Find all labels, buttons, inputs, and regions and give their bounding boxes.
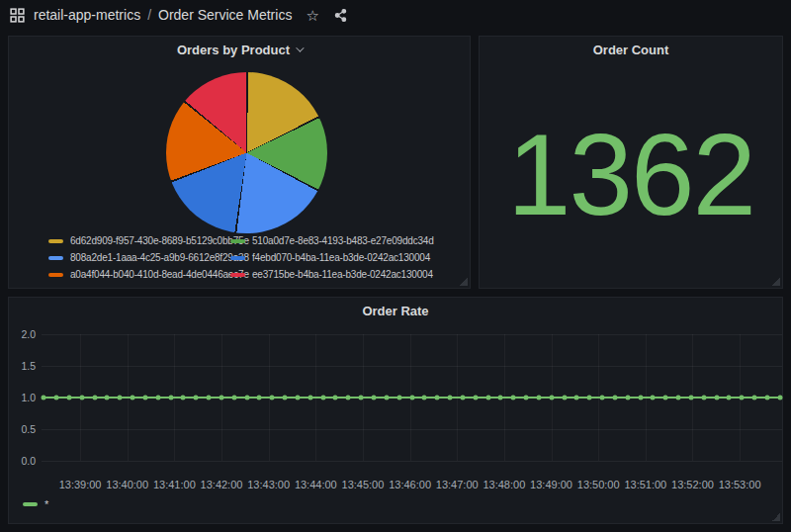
legend-item[interactable]: 510a0d7e-8e83-4193-b483-e27e09ddc34d <box>230 235 434 246</box>
legend-label: a0a4f044-b040-410d-8ead-4de0446aec7e <box>70 269 249 280</box>
panel-title-order-count[interactable]: Order Count <box>480 37 782 62</box>
x-tick-label: 13:41:00 <box>153 479 196 490</box>
data-point <box>752 396 757 400</box>
data-point <box>283 396 288 400</box>
data-point <box>346 396 351 400</box>
data-point <box>777 396 782 400</box>
data-point <box>194 396 199 400</box>
data-point <box>131 396 135 400</box>
panel-order-rate: Order Rate 2.01.51.00.50.0 13:39:0013:40… <box>8 297 783 524</box>
h-gridline <box>42 429 782 430</box>
data-point <box>295 396 300 400</box>
data-point <box>651 396 656 400</box>
panel-title-orders-by-product[interactable]: Orders by Product <box>9 37 470 62</box>
apps-grid-icon[interactable] <box>10 8 25 23</box>
x-tick-label: 13:43:00 <box>247 479 290 490</box>
data-point <box>118 396 123 400</box>
data-point <box>612 396 617 400</box>
data-point <box>562 396 567 400</box>
star-icon[interactable]: ☆ <box>306 8 318 23</box>
data-point <box>727 396 732 400</box>
data-point <box>409 396 414 400</box>
series-legend-item[interactable]: * <box>23 498 48 510</box>
data-point <box>142 396 147 400</box>
data-point <box>688 396 693 400</box>
x-tick-label: 13:52:00 <box>671 479 714 490</box>
pie-legend: 6d62d909-f957-430e-8689-b5129c0bb75e510a… <box>48 235 434 280</box>
legend-label: ee3715be-b4ba-11ea-b3de-0242ac130004 <box>252 269 433 280</box>
data-point <box>168 396 173 400</box>
legend-swatch <box>230 273 245 277</box>
data-point <box>92 396 97 400</box>
legend-label: f4ebd070-b4ba-11ea-b3de-0242ac130004 <box>252 252 430 263</box>
legend-swatch <box>230 239 245 243</box>
y-tick-label: 0.5 <box>9 423 36 435</box>
data-point <box>485 396 490 400</box>
breadcrumb-dashboard-title[interactable]: Order Service Metrics <box>158 7 292 23</box>
data-point <box>105 396 110 400</box>
data-point <box>764 396 769 400</box>
data-point <box>207 396 212 400</box>
x-tick-label: 13:39:00 <box>59 479 102 490</box>
data-point <box>66 396 71 400</box>
data-point <box>473 396 478 400</box>
x-tick-label: 13:40:00 <box>106 479 148 490</box>
data-point <box>396 396 401 400</box>
data-point <box>549 396 554 400</box>
panel-title-text: Orders by Product <box>177 43 290 57</box>
y-tick-label: 1.0 <box>9 392 36 403</box>
data-point <box>155 396 160 400</box>
legend-swatch <box>48 256 63 260</box>
x-axis: 13:39:0013:40:0013:41:0013:42:0013:43:00… <box>42 479 782 494</box>
panel-resize-handle[interactable] <box>460 278 468 286</box>
legend-swatch <box>230 256 245 260</box>
data-point <box>625 396 630 400</box>
x-tick-label: 13:46:00 <box>389 479 431 490</box>
data-point <box>536 396 541 400</box>
data-point <box>181 396 186 400</box>
y-tick-label: 2.0 <box>9 328 36 340</box>
legend-swatch <box>48 273 63 277</box>
data-point <box>79 396 84 400</box>
data-point <box>308 396 312 400</box>
data-point <box>422 396 427 400</box>
share-icon[interactable] <box>333 8 348 23</box>
stat-body: 1362 <box>480 62 782 288</box>
legend-item[interactable]: 6d62d909-f957-430e-8689-b5129c0bb75e <box>48 235 230 246</box>
data-point <box>714 396 719 400</box>
data-point <box>511 396 516 400</box>
panel-title-order-rate[interactable]: Order Rate <box>9 298 782 323</box>
legend-label: 6d62d909-f957-430e-8689-b5129c0bb75e <box>70 235 249 246</box>
legend-item[interactable]: a0a4f044-b040-410d-8ead-4de0446aec7e <box>48 269 230 280</box>
x-tick-label: 13:49:00 <box>530 479 572 490</box>
data-point <box>42 396 46 400</box>
order-count-value: 1362 <box>507 118 754 232</box>
data-point <box>460 396 465 400</box>
x-tick-label: 13:51:00 <box>624 479 666 490</box>
data-point <box>701 396 706 400</box>
panel-orders-by-product: Orders by Product 6d62d909-f957-430e-868… <box>8 36 471 289</box>
legend-item[interactable]: 808a2de1-1aaa-4c25-a9b9-6612e8f29a38 <box>48 252 230 263</box>
x-tick-label: 13:50:00 <box>577 479 620 490</box>
panel-resize-handle[interactable] <box>772 278 780 286</box>
h-gridline <box>42 461 782 462</box>
data-point <box>574 396 579 400</box>
data-point <box>384 396 389 400</box>
legend-label: 510a0d7e-8e83-4193-b483-e27e09ddc34d <box>252 235 434 246</box>
data-point <box>663 396 668 400</box>
data-point <box>435 396 440 400</box>
data-point <box>219 396 223 400</box>
data-point <box>448 396 453 400</box>
data-point <box>333 396 338 400</box>
x-tick-label: 13:45:00 <box>342 479 385 490</box>
legend-item[interactable]: ee3715be-b4ba-11ea-b3de-0242ac130004 <box>230 269 434 280</box>
data-point <box>231 396 236 400</box>
data-point <box>270 396 275 400</box>
legend-item[interactable]: f4ebd070-b4ba-11ea-b3de-0242ac130004 <box>230 252 434 263</box>
breadcrumb-folder[interactable]: retail-app-metrics <box>34 7 140 23</box>
x-tick-label: 13:53:00 <box>719 479 761 490</box>
data-point <box>587 396 592 400</box>
panel-order-count: Order Count 1362 <box>479 36 783 289</box>
y-tick-label: 1.5 <box>9 360 36 372</box>
panel-resize-handle[interactable] <box>772 513 780 521</box>
